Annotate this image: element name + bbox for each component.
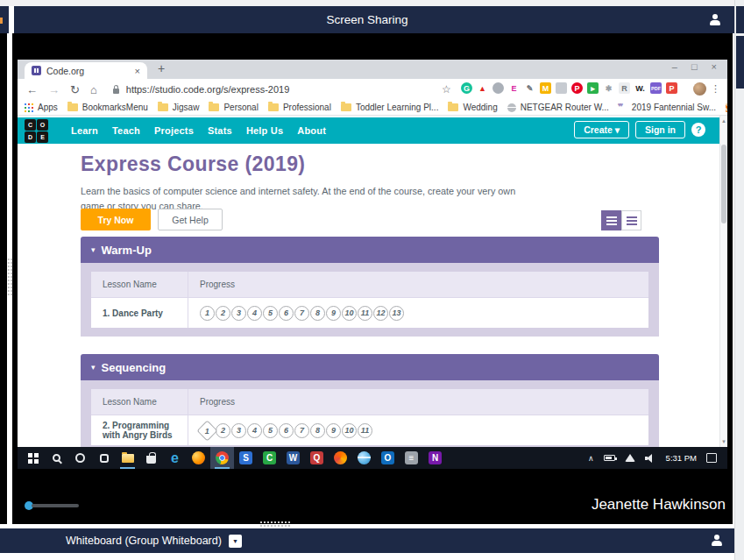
taskbar-icon[interactable]: [187, 447, 210, 469]
attendee-icon[interactable]: [709, 14, 720, 25]
scrollbar-thumb[interactable]: [721, 145, 726, 223]
progress-bubble[interactable]: 4: [247, 423, 262, 438]
progress-bubble[interactable]: 8: [310, 306, 325, 321]
get-help-button[interactable]: Get Help: [158, 209, 223, 230]
taskbar-icon[interactable]: [116, 447, 139, 469]
progress-bubble[interactable]: 11: [358, 306, 372, 321]
forward-button[interactable]: →: [48, 83, 60, 96]
grid-view-toggle[interactable]: [621, 210, 641, 230]
create-button[interactable]: Create ▾: [574, 121, 629, 138]
progress-bubble[interactable]: 2: [216, 306, 230, 321]
progress-bubble[interactable]: 7: [294, 306, 309, 321]
resize-grip-left[interactable]: [7, 258, 13, 296]
nav-item[interactable]: About: [297, 125, 326, 136]
taskbar-icon[interactable]: [139, 447, 163, 469]
progress-bubble[interactable]: 6: [279, 423, 294, 438]
section-header[interactable]: ▾ Warm-Up: [81, 237, 659, 263]
bookmark-item[interactable]: Jigsaw: [158, 103, 200, 112]
extension-icon[interactable]: W.: [634, 82, 646, 94]
extension-icon[interactable]: P: [571, 82, 583, 94]
volume-slider-track[interactable]: [32, 504, 79, 507]
browser-tab[interactable]: Code.org ×: [25, 62, 147, 79]
progress-bubble[interactable]: 10: [342, 306, 357, 321]
taskbar-icon[interactable]: S: [234, 447, 258, 469]
tab-close-icon[interactable]: ×: [135, 66, 140, 76]
back-button[interactable]: ←: [26, 83, 38, 96]
whiteboard-dropdown[interactable]: ▼: [229, 535, 242, 548]
reload-button[interactable]: ↻: [70, 83, 80, 96]
wifi-icon[interactable]: [625, 454, 635, 462]
bookmark-item[interactable]: Professional: [268, 103, 331, 112]
tray-chevron-icon[interactable]: ∧: [588, 454, 594, 463]
bookmark-item[interactable]: Personal: [209, 103, 258, 112]
progress-bubble[interactable]: 5: [263, 423, 278, 438]
progress-bubble[interactable]: 7: [294, 423, 309, 438]
lesson-name[interactable]: 1. Dance Party: [91, 298, 188, 328]
progress-bubble[interactable]: 1: [200, 306, 215, 321]
address-bar[interactable]: https://studio.code.org/s/express-2019: [126, 84, 290, 95]
help-button[interactable]: ?: [691, 123, 705, 137]
attendee-icon[interactable]: [711, 535, 722, 546]
progress-bubble[interactable]: 10: [342, 423, 357, 438]
taskbar-icon[interactable]: C: [258, 447, 281, 469]
progress-bubble[interactable]: 8: [310, 423, 325, 438]
progress-bubble[interactable]: 3: [231, 423, 246, 438]
nav-item[interactable]: Projects: [154, 125, 194, 136]
bookmark-item[interactable]: BookmarksMenu: [67, 103, 148, 112]
nav-item[interactable]: Learn: [71, 125, 98, 136]
bookmark-item[interactable]: Apps: [25, 103, 58, 112]
sign-in-button[interactable]: Sign in: [635, 121, 685, 138]
bookmark-star-icon[interactable]: ☆: [442, 83, 451, 96]
taskbar-icon[interactable]: Q: [305, 447, 329, 469]
bookmark-item[interactable]: EMCO K900 Series...: [726, 103, 727, 112]
progress-bubble[interactable]: 6: [279, 306, 294, 321]
extension-icon[interactable]: R: [619, 82, 630, 94]
window-maximize-button[interactable]: □: [691, 61, 698, 72]
progress-bubble[interactable]: 3: [231, 306, 246, 321]
progress-bubble[interactable]: 5: [263, 306, 278, 321]
progress-bubble[interactable]: 12: [373, 306, 388, 321]
extension-icon[interactable]: ✱: [603, 82, 614, 94]
extension-icon[interactable]: ✎: [524, 82, 535, 94]
window-close-button[interactable]: ×: [712, 61, 717, 72]
page-scrollbar[interactable]: ▲ ▼: [719, 116, 727, 447]
progress-bubble[interactable]: 4: [247, 306, 262, 321]
taskbar-icon[interactable]: e: [163, 447, 187, 469]
bookmark-item[interactable]: Toddler Learning Pl...: [341, 103, 439, 112]
taskbar-icon[interactable]: W: [281, 447, 305, 469]
extension-icon[interactable]: G: [461, 82, 472, 94]
browser-menu-icon[interactable]: ⋮: [711, 83, 720, 95]
profile-avatar[interactable]: [693, 82, 706, 96]
taskbar-icon[interactable]: [92, 447, 116, 469]
progress-bubble[interactable]: 9: [326, 423, 341, 438]
extension-icon[interactable]: [556, 82, 567, 94]
taskbar-icon[interactable]: [68, 447, 92, 469]
section-header[interactable]: ▾ Sequencing: [81, 354, 659, 380]
list-view-toggle[interactable]: [601, 210, 621, 230]
taskbar-icon[interactable]: O: [376, 447, 400, 469]
taskbar-icon[interactable]: [210, 447, 234, 469]
taskbar-icon[interactable]: ≡: [400, 447, 423, 469]
bookmark-item[interactable]: NETGEAR Router W...: [507, 103, 609, 112]
taskbar-icon[interactable]: [329, 447, 352, 469]
progress-bubble[interactable]: 9: [326, 306, 341, 321]
extension-icon[interactable]: ▲: [477, 82, 488, 94]
new-tab-button[interactable]: +: [158, 61, 165, 75]
scroll-up-icon[interactable]: ▲: [720, 118, 727, 124]
codeorg-logo[interactable]: C O D E: [25, 119, 48, 143]
progress-bubble[interactable]: 2: [216, 423, 230, 438]
progress-bubble[interactable]: 13: [389, 306, 404, 321]
extension-icon[interactable]: ▸: [587, 82, 599, 94]
bookmark-item[interactable]: Wedding: [448, 103, 497, 112]
taskbar-icon[interactable]: N: [423, 447, 447, 469]
home-button[interactable]: ⌂: [90, 83, 97, 96]
bookmark-item[interactable]: 2019 Fantennial Sw...: [619, 103, 716, 112]
extension-icon[interactable]: E: [508, 82, 520, 94]
volume-icon[interactable]: [645, 454, 656, 463]
progress-bubble[interactable]: 11: [358, 423, 372, 438]
nav-item[interactable]: Stats: [208, 125, 232, 136]
taskbar-icon[interactable]: [21, 447, 45, 469]
battery-icon[interactable]: [604, 455, 615, 461]
extension-icon[interactable]: P: [666, 82, 677, 94]
lesson-name[interactable]: 2. Programming with Angry Birds: [91, 415, 188, 445]
